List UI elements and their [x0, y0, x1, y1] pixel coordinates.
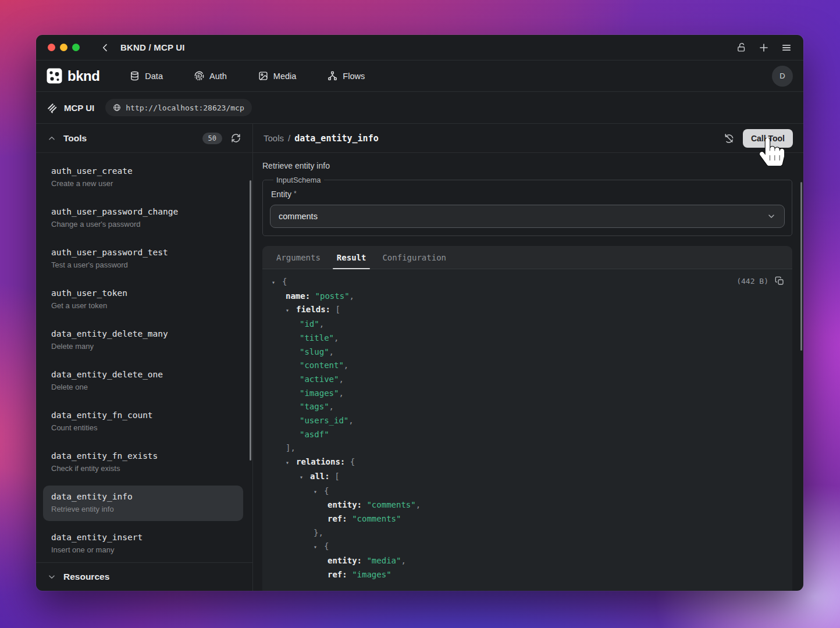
- entity-select-value: comments: [279, 212, 318, 221]
- tool-description: Create a new user: [51, 178, 235, 190]
- tool-name: data_entity_fn_exists: [51, 449, 235, 462]
- tool-description: Test a user's password: [51, 259, 235, 271]
- breadcrumb-root[interactable]: Tools: [264, 133, 284, 143]
- tool-item[interactable]: data_entity_delete_manyDelete many: [43, 323, 243, 358]
- tool-item[interactable]: data_entity_insertInsert one or many: [43, 526, 243, 562]
- tool-name: auth_user_create: [51, 165, 235, 177]
- globe-icon: [113, 104, 121, 112]
- breadcrumb-current: data_entity_info: [294, 133, 379, 144]
- tool-item[interactable]: auth_user_tokenGet a user token: [43, 282, 243, 317]
- tool-description: Check if entity exists: [51, 463, 235, 474]
- json-line: "images",: [262, 387, 792, 401]
- select-chevron-down-icon: [767, 212, 776, 221]
- mcp-bar: MCP UI http://localhost:28623/mcp: [36, 92, 803, 124]
- new-tab-icon[interactable]: [759, 42, 769, 53]
- lock-open-icon[interactable]: [736, 42, 746, 52]
- json-line: ref: "comments": [262, 512, 792, 526]
- call-tool-button[interactable]: Call Tool: [743, 129, 793, 148]
- tool-name: data_entity_info: [51, 490, 235, 503]
- app-window: BKND / MCP UI bknd: [36, 35, 803, 591]
- title-bar: BKND / MCP UI: [36, 35, 803, 60]
- json-line: ▾all: [: [262, 470, 792, 484]
- mcp-url-pill[interactable]: http://localhost:28623/mcp: [105, 99, 252, 116]
- tab-result[interactable]: Result: [333, 246, 371, 269]
- mcp-logo-icon: [47, 102, 58, 113]
- resources-section-header[interactable]: Resources: [36, 562, 252, 591]
- tool-description: Get a user token: [51, 300, 235, 312]
- collapse-triangle-icon[interactable]: ▾: [300, 470, 310, 484]
- close-window-button[interactable]: [48, 44, 55, 51]
- minimize-window-button[interactable]: [60, 44, 67, 51]
- tools-section-header[interactable]: Tools 50: [36, 124, 252, 153]
- json-line: "asdf": [262, 428, 792, 442]
- chevron-down-icon: [48, 573, 56, 581]
- tab-configuration[interactable]: Configuration: [378, 246, 450, 269]
- tools-sidebar: Tools 50 auth_user_createCreate a new us…: [36, 124, 253, 591]
- main-scrollbar-thumb[interactable]: [800, 182, 802, 351]
- nav-item-data[interactable]: Data: [130, 71, 163, 81]
- zoom-window-button[interactable]: [72, 44, 80, 51]
- tool-detail-panel: Tools / data_entity_info Call Tool Retri…: [253, 124, 803, 591]
- tool-description: Delete one: [51, 381, 235, 393]
- tool-list: auth_user_createCreate a new userauth_us…: [36, 153, 252, 562]
- tool-item[interactable]: auth_user_createCreate a new user: [43, 160, 243, 195]
- copy-icon[interactable]: [775, 276, 784, 286]
- database-icon: [130, 71, 140, 81]
- json-line: "title",: [262, 331, 792, 345]
- json-line: ▾{: [262, 484, 792, 499]
- auto-refresh-off-icon[interactable]: [724, 133, 734, 144]
- json-line: "users_id",: [262, 414, 792, 428]
- back-icon[interactable]: [101, 43, 110, 52]
- refresh-tools-icon[interactable]: [231, 133, 241, 143]
- json-line: "id",: [262, 317, 792, 331]
- user-avatar[interactable]: D: [772, 66, 793, 87]
- json-line: "active",: [262, 373, 792, 387]
- nav-item-auth[interactable]: Auth: [194, 71, 227, 81]
- json-line: "content",: [262, 359, 792, 373]
- tool-name: auth_user_password_test: [51, 246, 235, 259]
- collapse-triangle-icon[interactable]: ▾: [314, 485, 324, 499]
- tool-item[interactable]: auth_user_password_testTest a user's pas…: [43, 241, 243, 277]
- window-title: BKND / MCP UI: [120, 42, 185, 52]
- json-code: ▾{name: "posts",▾fields: ["id","title","…: [262, 275, 792, 581]
- tools-count-badge: 50: [202, 133, 222, 144]
- json-line: ▾relations: {: [262, 455, 792, 470]
- json-line: "tags",: [262, 400, 792, 414]
- resources-header-label: Resources: [63, 572, 109, 582]
- bknd-logo[interactable]: bknd: [47, 68, 99, 84]
- collapse-triangle-icon[interactable]: ▾: [272, 276, 282, 290]
- json-line: ▾{: [262, 540, 792, 554]
- result-size-label: (442 B): [736, 277, 768, 286]
- json-line: ▾{: [262, 275, 792, 290]
- tool-item[interactable]: data_entity_fn_countCount entities: [43, 404, 243, 440]
- json-line: name: "posts",: [262, 290, 792, 304]
- sidebar-scrollbar-thumb[interactable]: [250, 180, 251, 461]
- menu-icon[interactable]: [781, 42, 792, 53]
- tool-description: Insert one or many: [51, 544, 235, 556]
- json-line: },: [262, 526, 792, 540]
- json-line: ▾fields: [: [262, 303, 792, 317]
- collapse-triangle-icon[interactable]: ▾: [286, 456, 296, 470]
- tool-item[interactable]: data_entity_infoRetrieve entity info: [43, 486, 243, 521]
- tool-item[interactable]: auth_user_password_changeChange a user's…: [43, 201, 243, 236]
- collapse-triangle-icon[interactable]: ▾: [314, 540, 324, 554]
- json-line: ref: "images": [262, 568, 792, 582]
- required-mark: *: [294, 190, 297, 198]
- nav-item-flows[interactable]: Flows: [328, 71, 365, 81]
- tool-item[interactable]: data_entity_delete_oneDelete one: [43, 363, 243, 399]
- tool-name: data_entity_insert: [51, 531, 235, 544]
- json-result-viewer: (442 B) ▾{name: "posts",▾fields: ["id","…: [262, 269, 792, 591]
- tool-description: Count entities: [51, 422, 235, 434]
- result-panel: Arguments Result Configuration (442 B) ▾…: [262, 246, 792, 591]
- tool-description: Change a user's password: [51, 219, 235, 230]
- nav-item-media[interactable]: Media: [258, 71, 297, 81]
- tab-arguments[interactable]: Arguments: [272, 246, 325, 269]
- tools-header-label: Tools: [63, 133, 87, 144]
- mcp-url: http://localhost:28623/mcp: [126, 104, 244, 112]
- tool-name: data_entity_delete_one: [51, 368, 235, 381]
- tool-item[interactable]: data_entity_fn_existsCheck if entity exi…: [43, 445, 243, 480]
- entity-select[interactable]: comments: [270, 205, 785, 228]
- tool-detail-header: Tools / data_entity_info Call Tool: [253, 124, 803, 153]
- collapse-triangle-icon[interactable]: ▾: [286, 304, 296, 317]
- tool-name: auth_user_token: [51, 287, 235, 299]
